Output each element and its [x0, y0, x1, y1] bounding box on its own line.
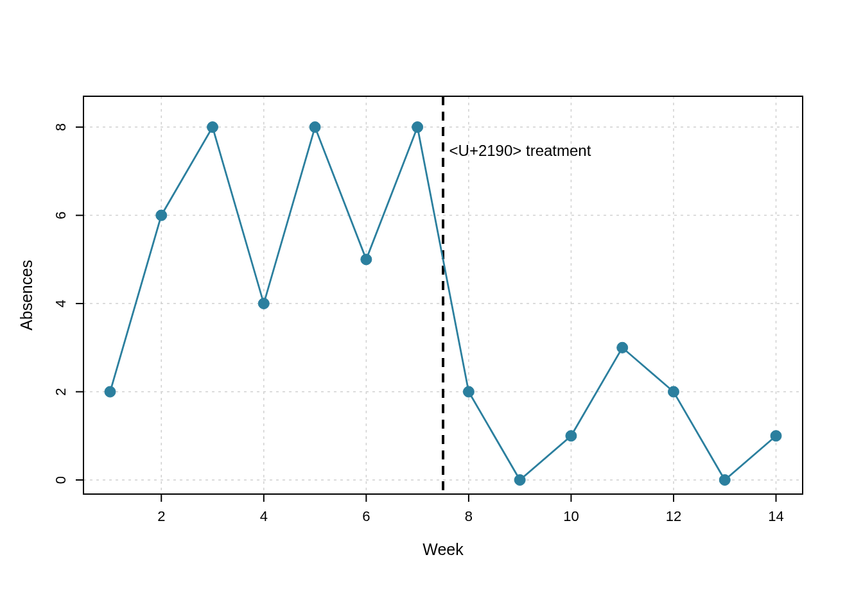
x-tick-label: 8 — [465, 508, 473, 524]
y-tick-label: 6 — [53, 211, 69, 219]
data-point — [412, 122, 423, 133]
data-point — [771, 431, 781, 441]
y-axis: 02468 — [53, 123, 83, 484]
data-point — [309, 122, 320, 133]
data-point — [361, 254, 372, 265]
x-tick-label: 6 — [362, 508, 370, 524]
chart-svg: 2468101214 02468 Week Absences <U+2190> … — [0, 0, 863, 616]
plot-border — [83, 96, 803, 494]
y-axis-label: Absences — [17, 260, 35, 330]
y-tick-label: 4 — [53, 300, 69, 307]
y-tick-label: 8 — [53, 123, 69, 131]
data-point — [617, 342, 628, 353]
x-tick-label: 10 — [563, 508, 579, 524]
data-point — [258, 298, 269, 309]
data-point — [156, 210, 167, 221]
grid — [83, 96, 803, 494]
data-point — [668, 386, 679, 397]
x-tick-label: 12 — [666, 508, 681, 524]
treatment-annotation: <U+2190> treatment — [449, 142, 591, 159]
x-tick-label: 2 — [157, 508, 165, 524]
y-tick-label: 2 — [53, 388, 69, 395]
x-axis: 2468101214 — [157, 494, 784, 524]
x-tick-label: 14 — [768, 508, 783, 524]
x-tick-label: 4 — [260, 508, 268, 524]
data-point — [105, 386, 116, 397]
data-point — [207, 122, 218, 133]
data-point — [514, 475, 525, 486]
data-point — [463, 386, 474, 397]
x-axis-label: Week — [423, 540, 464, 558]
chart-container: 2468101214 02468 Week Absences <U+2190> … — [0, 0, 863, 616]
y-tick-label: 0 — [53, 476, 69, 484]
data-point — [719, 475, 730, 486]
data-point — [566, 431, 577, 441]
